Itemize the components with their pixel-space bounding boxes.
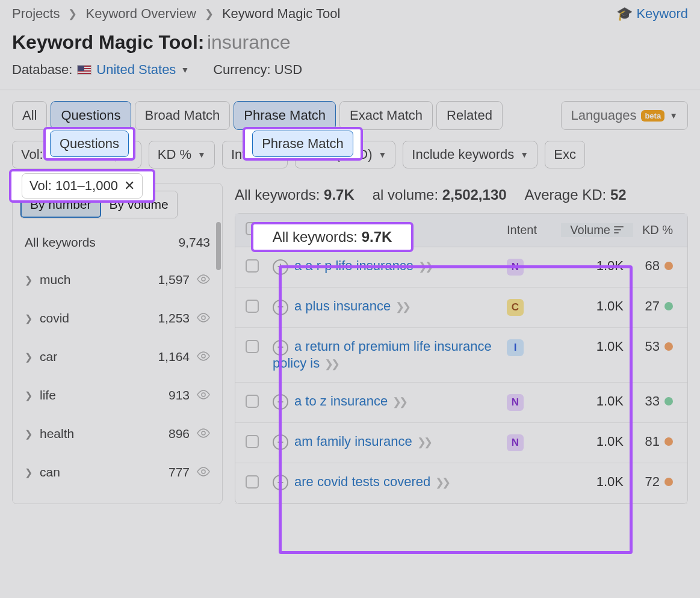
kd-value: 27 <box>645 298 660 314</box>
row-checkbox[interactable] <box>246 300 259 313</box>
chevrons-right-icon[interactable]: ❯❯ <box>324 358 338 370</box>
row-checkbox[interactable] <box>246 475 259 489</box>
row-checkbox[interactable] <box>246 395 259 408</box>
table-row: +a a r p life insurance❯❯ N 1.0K 68 <box>235 247 687 288</box>
add-icon[interactable]: + <box>273 394 288 410</box>
filter-include[interactable]: Include keywords ▼ <box>403 141 537 168</box>
page-title-bar: Keyword Magic Tool: insurance <box>0 26 700 58</box>
chevrons-right-icon[interactable]: ❯❯ <box>392 396 406 408</box>
filter-exclude[interactable]: Exc <box>545 141 585 168</box>
keyword-link[interactable]: a to z insurance <box>294 393 388 408</box>
svg-point-3 <box>202 393 205 396</box>
filter-volume[interactable]: Vol: 101–1,000 ✕ <box>12 141 141 168</box>
tab-broad[interactable]: Broad Match <box>135 101 231 130</box>
results-panel: All keywords: 9.7K al volume: 2,502,130 … <box>235 183 688 504</box>
svg-point-2 <box>202 354 205 358</box>
chevrons-right-icon[interactable]: ❯❯ <box>418 260 432 273</box>
difficulty-dot-icon <box>664 478 673 486</box>
chevron-right-icon: ❯ <box>68 7 77 20</box>
col-keyword[interactable]: Keyword <box>269 223 507 237</box>
col-intent[interactable]: Intent <box>507 223 561 237</box>
keyword-link[interactable]: a return of premium life insurance polic… <box>273 339 492 371</box>
chevron-right-icon: ❯ <box>25 467 33 478</box>
eye-icon[interactable] <box>197 466 210 479</box>
sidebar-item[interactable]: ❯car1,164 <box>20 338 215 376</box>
all-keywords-label: All keywords <box>25 235 96 250</box>
breadcrumb-projects[interactable]: Projects <box>12 6 60 22</box>
meta-row: Database: United States ▼ Currency: USD <box>0 58 700 90</box>
eye-icon[interactable] <box>197 389 210 402</box>
stats-row: All keywords: 9.7K al volume: 2,502,130 … <box>235 183 688 213</box>
tab-all[interactable]: All <box>12 101 47 130</box>
kd-value: 68 <box>645 258 660 274</box>
keyword-link[interactable]: am family insurance <box>294 434 412 449</box>
filter-intent[interactable]: Intent ▼ <box>222 141 288 168</box>
tab-languages[interactable]: Languages beta ▼ <box>561 101 688 130</box>
intent-badge: C <box>507 299 524 316</box>
page-title: Keyword Magic Tool: <box>12 31 204 53</box>
col-volume[interactable]: Volume <box>561 223 633 237</box>
add-icon[interactable]: + <box>273 300 288 315</box>
row-checkbox[interactable] <box>246 340 259 353</box>
database-selector[interactable]: Database: United States ▼ <box>12 62 189 78</box>
database-country[interactable]: United States <box>96 62 176 78</box>
chevrons-right-icon[interactable]: ❯❯ <box>435 476 448 489</box>
stat-all-value: 9.7K <box>324 186 355 203</box>
all-keywords-count: 9,743 <box>178 235 210 250</box>
chevron-down-icon: ▼ <box>669 111 678 120</box>
volume-value: 1.0K <box>561 393 633 409</box>
add-icon[interactable]: + <box>273 340 288 356</box>
col-kd[interactable]: KD % <box>633 223 687 237</box>
divider <box>0 90 700 90</box>
filter-cpc[interactable]: CPC (USD) ▼ <box>295 141 396 168</box>
eye-icon[interactable] <box>197 350 210 364</box>
sidebar-item[interactable]: ❯much1,597 <box>20 260 215 299</box>
keyword-link[interactable]: a plus insurance <box>294 298 391 313</box>
intent-badge: N <box>507 394 524 411</box>
scrollbar[interactable] <box>216 222 221 270</box>
volume-value: 1.0K <box>561 434 633 449</box>
add-icon[interactable]: + <box>273 434 288 450</box>
sidebar-item[interactable]: ❯health896 <box>20 415 215 453</box>
eye-icon[interactable] <box>197 427 210 441</box>
svg-point-5 <box>202 470 205 473</box>
eye-icon[interactable] <box>197 312 210 325</box>
volume-value: 1.0K <box>561 258 633 274</box>
chevron-right-icon: ❯ <box>25 274 33 286</box>
stat-tv-label: al volume: <box>373 186 438 203</box>
intent-badge: N <box>507 434 524 451</box>
all-keywords-row[interactable]: All keywords 9,743 <box>20 229 215 260</box>
chevron-right-icon: ❯ <box>205 7 214 20</box>
svg-point-1 <box>202 316 205 319</box>
sort-by-number[interactable]: By number <box>20 191 101 218</box>
tab-related[interactable]: Related <box>436 101 503 130</box>
group-count: 896 <box>169 427 190 441</box>
volume-value: 1.0K <box>561 298 633 314</box>
chevrons-right-icon[interactable]: ❯❯ <box>395 301 409 313</box>
sort-by-volume[interactable]: By volume <box>101 191 177 218</box>
filter-kd[interactable]: KD % ▼ <box>149 141 215 168</box>
help-keyword-link[interactable]: 🎓 Keyword <box>616 6 688 22</box>
close-icon[interactable]: ✕ <box>116 147 132 162</box>
eye-icon[interactable] <box>197 273 210 287</box>
row-checkbox[interactable] <box>246 435 259 448</box>
add-icon[interactable]: + <box>273 259 288 275</box>
select-all-checkbox[interactable] <box>246 222 259 235</box>
sidebar-item[interactable]: ❯life913 <box>20 376 215 415</box>
table-row: +are covid tests covered❯❯ 1.0K 72 <box>235 463 687 504</box>
tab-exact[interactable]: Exact Match <box>339 101 433 130</box>
chevrons-right-icon[interactable]: ❯❯ <box>417 436 430 448</box>
breadcrumb-overview[interactable]: Keyword Overview <box>85 6 196 22</box>
tab-phrase[interactable]: Phrase Match <box>234 101 336 130</box>
keyword-link[interactable]: are covid tests covered <box>294 474 430 489</box>
keyword-link[interactable]: a a r p life insurance <box>294 258 413 273</box>
sidebar-item[interactable]: ❯can777 <box>20 453 215 492</box>
breadcrumb: Projects ❯ Keyword Overview ❯ Keyword Ma… <box>0 0 700 26</box>
sidebar-item[interactable]: ❯covid1,253 <box>20 299 215 338</box>
add-icon[interactable]: + <box>273 475 288 490</box>
chevron-down-icon: ▼ <box>270 150 279 159</box>
match-tabs: All Questions Broad Match Phrase Match E… <box>0 101 700 141</box>
row-checkbox[interactable] <box>246 259 259 273</box>
tab-questions[interactable]: Questions <box>51 101 131 130</box>
chevron-right-icon: ❯ <box>25 351 33 363</box>
